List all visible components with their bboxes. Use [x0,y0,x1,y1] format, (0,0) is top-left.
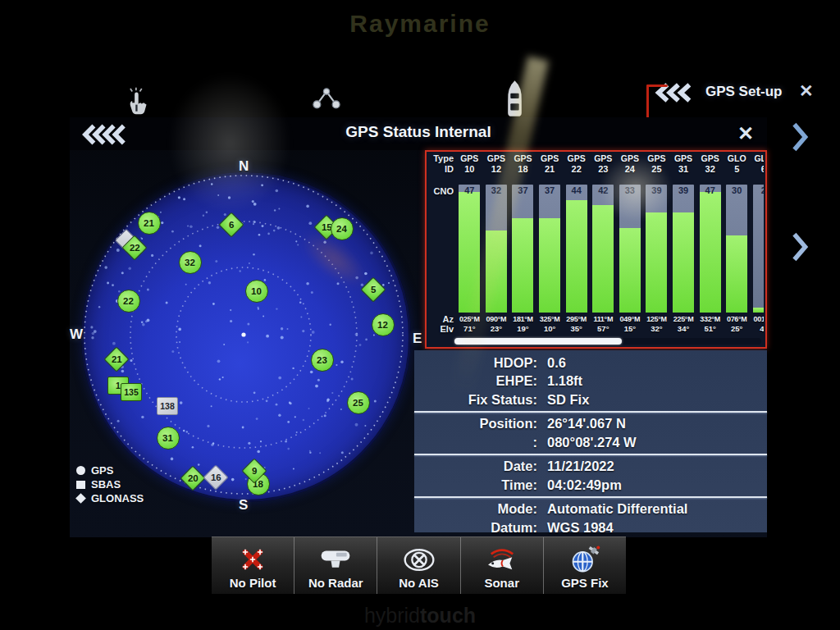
dialog-close-button[interactable]: ✕ [737,122,754,145]
status-row: Datum:WGS 1984 [414,518,767,537]
toolbar-item-no-pilot[interactable]: No Pilot [212,537,294,594]
satellite-id-label: 12 [377,320,388,330]
cno-bar [512,218,533,313]
sat-elevation: 19° [517,324,528,333]
sat-azimuth: 076°M [727,315,747,324]
cno-bar-track: 2 [753,185,764,313]
sat-column-10: GPS1047025°M71° [456,153,483,339]
toolbar-item-label: No AIS [399,576,439,591]
legend-item-gps: GPS [75,463,144,477]
cno-value: 32 [486,185,507,195]
status-row: Fix Status:SD Fix [414,390,767,409]
sat-column-12: GPS1232090°M23° [483,153,510,339]
satellite-id-label: 16 [210,472,221,482]
toolbar-item-no-radar[interactable]: No Radar [294,537,377,594]
model-logo-prefix: hybrid [364,604,420,627]
sat-azimuth: 025°M [459,315,480,324]
toolbar-item-no-ais[interactable]: No AIS [377,537,459,594]
next-page-chevron-icon[interactable] [791,121,809,153]
sat-type: GPS [647,153,665,164]
sat-azimuth: 049°M [620,315,641,324]
satellite-marker-gps-10: 10 [245,280,268,303]
brand-logo: Raymarine [0,10,840,38]
sat-column-5: GLO530076°M25° [724,153,751,339]
sat-azimuth: 325°M [540,315,560,324]
satellite-id-label: 32 [185,258,195,267]
cno-bar [592,205,614,313]
satellite-id-label: 23 [317,355,327,365]
sat-id: 32 [705,164,715,175]
scrollbar-thumb[interactable] [454,338,622,345]
setup-close-button[interactable]: ✕ [799,81,814,101]
sat-type: GPS [621,153,639,164]
sat-azimuth: 332°M [700,315,720,324]
row-label-id: ID [445,164,454,174]
sat-id: 12 [491,164,501,175]
status-value: 0.6 [537,355,566,371]
compass-west-label: W [70,326,83,343]
cno-bar [459,192,480,313]
satellite-id-label: 21 [144,218,154,228]
cno-bar [486,231,507,313]
sat-elevation: 23° [491,324,502,333]
cno-value: 47 [700,185,721,195]
row-label-type: Type [433,153,454,163]
row-label-az: Az [443,314,454,324]
sat-elevation: 15° [624,324,636,333]
toolbar-item-label: Sonar [484,576,519,591]
route-icon [312,85,341,112]
table-scrollbar[interactable] [454,338,761,345]
annotation-line [646,84,668,87]
sat-azimuth: 295°M [566,315,587,324]
sat-elevation: 10° [544,324,555,333]
sat-id: 23 [598,164,608,175]
status-value: 04:02:49pm [537,477,622,493]
satellite-id-label: 5 [370,285,375,294]
no-radar-icon [318,543,353,576]
cno-bar-track: 42 [592,185,614,313]
cno-value: 2 [753,185,764,195]
sat-column-21: GPS2137325°M10° [536,153,564,339]
compass-south-label: S [239,497,248,514]
toolbar-item-gps-fix[interactable]: GPS Fix [543,537,626,594]
satellite-id-label: 24 [336,224,347,234]
gps-status-panel: HDOP:0.6EHPE:1.18ftFix Status:SD FixPosi… [414,350,767,532]
cno-bar-track: 30 [726,185,747,313]
table-row-labels: Type ID CNO Az Elv [427,152,456,347]
sat-type: GLO [754,153,764,164]
toolbar-item-sonar[interactable]: Sonar [460,537,543,594]
sat-id: 18 [518,164,527,175]
sbas-shape-icon [75,481,86,489]
sonar-icon [484,543,520,576]
cno-bar-track: 32 [486,185,507,313]
sat-column-6: GLO62001°M4° [751,153,764,339]
sat-id: 10 [464,164,474,175]
cno-bar-track: 37 [539,185,560,313]
status-divider [414,496,767,498]
status-label: : [414,435,537,450]
model-logo: hybridtouch [0,604,840,628]
status-value: SD Fix [537,392,589,408]
sat-column-31: GPS3139225°M34° [670,153,697,339]
satellite-id-label: 9 [251,466,256,476]
next-page-chevron-icon[interactable] [791,231,809,262]
toolbar-item-label: GPS Fix [561,576,609,591]
cno-value: 39 [646,185,667,195]
satellite-marker-gps-22: 22 [117,290,140,313]
sat-type: GPS [674,153,692,164]
satellite-marker-gps-12: 12 [372,313,395,336]
status-value: 26°14'.067 N [537,416,626,431]
satellite-marker-gps-24: 24 [331,217,354,240]
cno-value: 30 [726,185,747,195]
touch-hand-icon [125,85,149,116]
sat-elevation: 51° [704,324,715,333]
status-value: WGS 1984 [537,520,614,536]
legend-item-glonass: GLONASS [75,491,144,505]
status-value: 11/21/2022 [537,459,614,474]
sat-type: GPS [701,153,719,164]
gps-status-dialog: GPS Status Internal ✕ 216152422325102212… [70,117,767,537]
sat-azimuth: 001°M [754,315,764,324]
sat-elevation: 35° [570,324,582,333]
status-value: 1.18ft [537,373,582,389]
status-toolbar: No PilotNo RadarNo AISSonarGPS Fix [212,536,626,594]
